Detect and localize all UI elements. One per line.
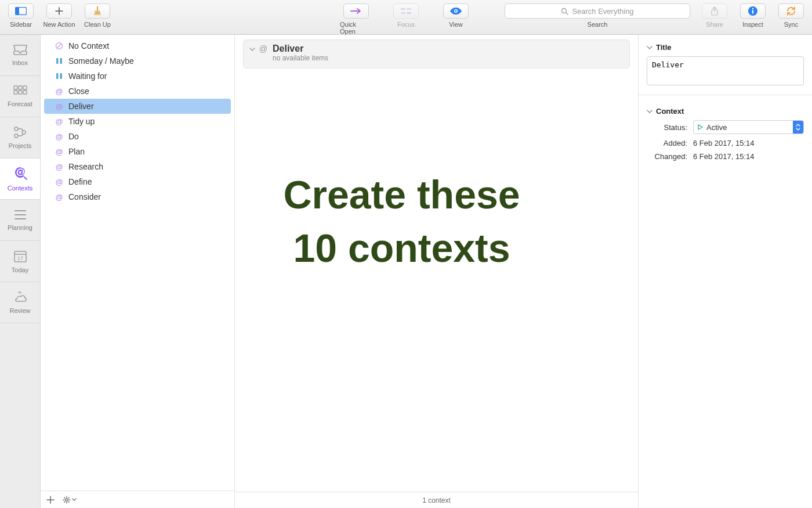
context-label: Deliver [68, 102, 94, 111]
share-icon [710, 6, 719, 16]
context-label: Do [68, 132, 79, 141]
context-row[interactable]: @Tidy up [44, 114, 231, 129]
nav-inbox[interactable]: Inbox [0, 35, 40, 75]
toolbar: Sidebar New Action Clean Up Quick Open [0, 0, 812, 35]
inspector-title-header[interactable]: Title [647, 43, 804, 52]
svg-point-22 [14, 127, 18, 131]
no-context-icon [55, 42, 64, 50]
sync-button[interactable]: Sync [775, 3, 807, 28]
nav-label: Forecast [8, 100, 32, 107]
at-icon: @ [55, 132, 64, 141]
title-field[interactable] [647, 56, 804, 85]
svg-text:@: @ [259, 45, 267, 53]
view-button[interactable]: View [440, 3, 472, 35]
context-row[interactable]: @Research [44, 159, 231, 174]
forecast-icon [13, 85, 27, 97]
quick-open-button[interactable]: Quick Open [340, 3, 372, 35]
context-row[interactable]: @Do [44, 129, 231, 144]
nav-review[interactable]: Review [0, 282, 40, 323]
context-label: No Context [68, 41, 109, 51]
sidebar-icon [15, 7, 27, 15]
disclosure-triangle-icon[interactable] [249, 46, 255, 52]
nav-forecast[interactable]: Forecast [0, 76, 40, 117]
nav-label: Review [9, 307, 30, 314]
nav-label: Today [12, 266, 28, 273]
outline-group-header[interactable]: @ Deliver no available items [243, 39, 630, 69]
plus-icon [46, 496, 55, 504]
context-row[interactable]: @Consider [44, 189, 231, 204]
svg-rect-7 [407, 12, 411, 14]
svg-rect-5 [407, 8, 411, 10]
context-row[interactable]: @Deliver [44, 99, 231, 114]
added-value: 6 Feb 2017, 15:14 [693, 139, 755, 147]
svg-marker-2 [20, 9, 21, 13]
plus-icon [55, 6, 64, 16]
svg-rect-1 [16, 8, 19, 15]
search-input[interactable]: Search Everything [505, 3, 690, 19]
svg-rect-15 [752, 10, 753, 14]
context-row[interactable]: @Plan [44, 144, 231, 159]
context-row[interactable]: Someday / Maybe [44, 53, 231, 69]
sidebar-bottom-bar [41, 491, 234, 508]
inspector-context-header[interactable]: Context [647, 107, 804, 116]
app-body: Inbox Forecast Projects @ Contexts Plann… [0, 35, 812, 508]
contexts-icon: @ [13, 166, 28, 181]
nav-projects[interactable]: Projects [0, 117, 40, 158]
svg-rect-6 [401, 12, 405, 14]
nav-contexts[interactable]: @ Contexts [0, 158, 40, 199]
nav-label: Contexts [8, 185, 32, 192]
projects-icon [13, 126, 27, 139]
context-row[interactable]: Waiting for [44, 69, 231, 84]
svg-rect-21 [23, 91, 27, 94]
toolbar-label: Sidebar [10, 21, 32, 28]
toolbar-label: Inspect [742, 21, 763, 28]
focus-icon [400, 8, 412, 15]
svg-line-11 [566, 12, 568, 15]
review-icon [13, 291, 27, 304]
nav-today[interactable]: 17 Today [0, 241, 40, 282]
svg-rect-4 [401, 8, 405, 10]
clean-up-button[interactable]: Clean Up [81, 3, 114, 28]
svg-rect-16 [14, 86, 17, 89]
field-label: Added: [647, 139, 687, 147]
context-label: Waiting for [68, 71, 107, 81]
at-icon: @ [259, 45, 268, 54]
context-row[interactable]: @Close [44, 84, 231, 99]
add-context-button[interactable] [46, 496, 55, 504]
section-label: Context [656, 107, 684, 116]
search-item: Search Everything Search [502, 3, 693, 28]
new-action-button[interactable]: New Action [43, 3, 75, 28]
toolbar-label: Sync [784, 21, 798, 28]
at-icon: @ [55, 193, 64, 201]
context-label: Define [68, 177, 92, 186]
nav-divider [0, 323, 40, 323]
toolbar-label: Focus [397, 21, 415, 28]
at-icon: @ [55, 178, 64, 186]
planning-icon [14, 209, 27, 221]
changed-value: 6 Feb 2017, 15:14 [693, 152, 755, 161]
toolbar-right-group: Search Everything Search Share Inspect S… [502, 3, 807, 28]
sidebar-toggle[interactable]: Sidebar [5, 3, 37, 28]
section-label: Title [656, 43, 672, 52]
nav-planning[interactable]: Planning [0, 200, 40, 240]
svg-rect-18 [23, 86, 27, 89]
outline-empty-area [235, 69, 638, 492]
context-row[interactable]: No Context [44, 38, 231, 53]
divider [639, 95, 812, 95]
at-icon: @ [55, 102, 64, 111]
context-label: Research [68, 162, 103, 171]
context-row[interactable]: @Define [44, 174, 231, 189]
svg-rect-37 [56, 73, 59, 79]
status-select[interactable]: Active [693, 120, 804, 134]
focus-button[interactable]: Focus [390, 3, 422, 35]
context-label: Close [68, 87, 89, 96]
svg-point-24 [22, 131, 26, 134]
share-button[interactable]: Share [698, 3, 731, 28]
inspect-button[interactable]: Inspect [737, 3, 769, 28]
svg-rect-38 [60, 73, 63, 79]
toolbar-center-group: Quick Open Focus View [340, 3, 472, 35]
svg-point-9 [455, 10, 457, 12]
gear-menu-button[interactable] [63, 496, 77, 504]
svg-rect-17 [19, 86, 22, 89]
play-icon [697, 124, 703, 130]
